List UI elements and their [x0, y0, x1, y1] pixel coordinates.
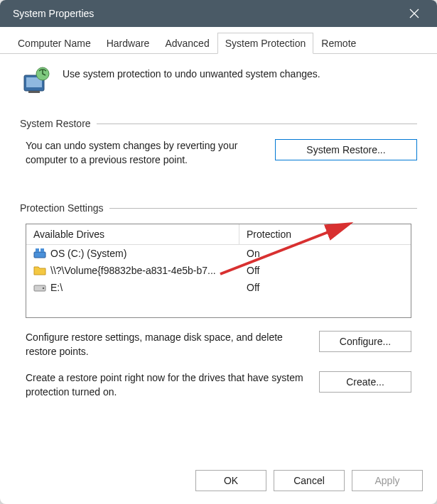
drive-status: Off [239, 280, 411, 295]
tab-system-protection[interactable]: System Protection [217, 33, 314, 54]
close-button[interactable] [400, 0, 428, 27]
tab-remote[interactable]: Remote [313, 33, 364, 54]
system-restore-title: System Restore [20, 118, 417, 129]
system-protection-icon [20, 65, 51, 97]
configure-button[interactable]: Configure... [319, 331, 411, 352]
folder-icon [33, 265, 46, 276]
create-button[interactable]: Create... [319, 371, 411, 393]
create-row: Create a restore point right now for the… [20, 371, 417, 399]
svg-rect-10 [41, 248, 44, 252]
close-icon [409, 9, 419, 18]
table-spacer [26, 296, 411, 317]
drive-status: Off [239, 263, 411, 278]
drive-name: E:\ [50, 282, 63, 293]
drives-body: OS (C:) (System) On \\?\Volume{f98832be-… [26, 245, 411, 317]
restore-description: You can undo system changes by reverting… [26, 139, 265, 167]
svg-rect-4 [28, 91, 40, 93]
ok-button[interactable]: OK [195, 470, 266, 491]
restore-row: You can undo system changes by reverting… [20, 139, 417, 167]
svg-rect-8 [34, 252, 45, 258]
titlebar: System Properties [0, 0, 437, 27]
svg-point-12 [43, 287, 44, 289]
drives-table: Available Drives Protection OS (C:) (Sys… [26, 224, 411, 318]
table-row[interactable]: OS (C:) (System) On [26, 245, 411, 262]
table-row[interactable]: \\?\Volume{f98832be-a831-4e5b-b7... Off [26, 262, 411, 279]
drive-name: \\?\Volume{f98832be-a831-4e5b-b7... [50, 265, 216, 276]
configure-text: Configure restore settings, manage disk … [26, 331, 309, 358]
column-protection[interactable]: Protection [239, 224, 411, 244]
apply-button[interactable]: Apply [352, 470, 423, 491]
protection-settings-group: Protection Settings Available Drives Pro… [20, 202, 417, 399]
intro-text: Use system protection to undo unwanted s… [63, 65, 320, 80]
cancel-button[interactable]: Cancel [274, 470, 345, 491]
system-restore-button[interactable]: System Restore... [275, 139, 417, 160]
disk-drive-icon [33, 282, 46, 293]
intro-row: Use system protection to undo unwanted s… [20, 65, 417, 97]
table-row[interactable]: E:\ Off [26, 279, 411, 296]
system-properties-window: System Properties Computer Name Hardware… [0, 0, 437, 504]
drive-name: OS (C:) (System) [50, 248, 126, 259]
tab-computer-name[interactable]: Computer Name [10, 33, 99, 54]
drive-status: On [239, 246, 411, 261]
drives-header: Available Drives Protection [26, 224, 411, 245]
tabs: Computer Name Hardware Advanced System P… [0, 27, 437, 54]
configure-row: Configure restore settings, manage disk … [20, 331, 417, 358]
tab-advanced[interactable]: Advanced [157, 33, 217, 54]
create-text: Create a restore point right now for the… [26, 371, 309, 399]
tab-hardware[interactable]: Hardware [99, 33, 158, 54]
svg-rect-9 [36, 248, 39, 252]
protection-settings-title: Protection Settings [20, 202, 417, 214]
dialog-footer: OK Cancel Apply [0, 463, 437, 504]
window-title: System Properties [13, 8, 94, 19]
column-available-drives[interactable]: Available Drives [26, 224, 239, 244]
os-drive-icon [33, 248, 46, 259]
system-restore-group: System Restore You can undo system chang… [20, 118, 417, 167]
tab-content: Use system protection to undo unwanted s… [0, 53, 437, 463]
